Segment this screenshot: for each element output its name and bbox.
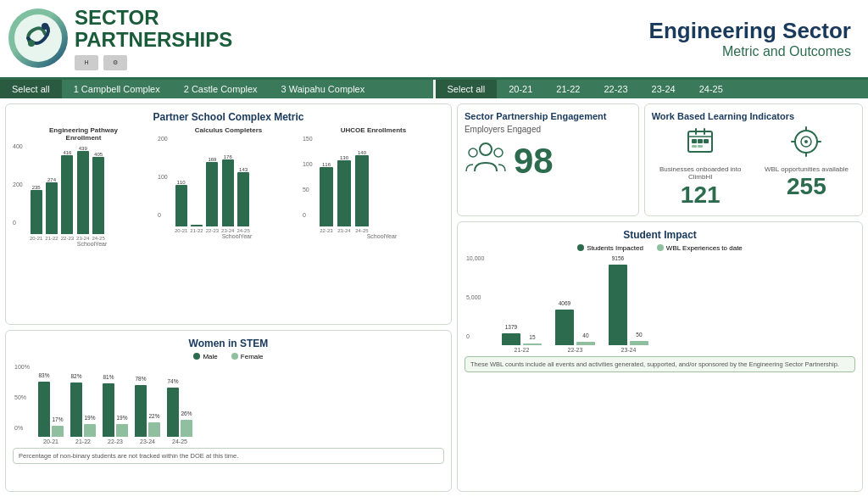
calc-bar-3 [206, 162, 218, 226]
employers-content: 98 [465, 139, 632, 184]
wbl-num-1: 121 [652, 181, 749, 209]
partner-school-card: Partner School Complex Metric Engineerin… [5, 103, 452, 325]
stem-legend-female: Female [231, 353, 264, 360]
partner-school-title: Partner School Complex Metric [13, 111, 444, 123]
impact-bars-container: 1379 15 21-22 [502, 272, 648, 353]
eng-val-3: 416 [63, 150, 71, 155]
calc-y2: 100 [158, 174, 168, 180]
uhcoe-bars: 116 22-23 130 23-24 14 [320, 157, 369, 233]
nav-select-all-left[interactable]: Select all [0, 80, 62, 98]
uhcoe-y1: 150 [303, 136, 313, 142]
page-title: Engineering Sector [649, 18, 851, 44]
logo-title-line2: PARTNERSHIPS [75, 28, 232, 51]
logo-icon [8, 8, 68, 68]
uhcoe-y2: 100 [303, 161, 313, 167]
nav-tab-2122[interactable]: 21-22 [544, 80, 592, 98]
eng-bars: 235 20-21 274 21-22 41 [30, 165, 105, 241]
nav-tab-castle[interactable]: 2 Castle Complex [172, 80, 270, 98]
wbl-icon-1 [652, 126, 749, 162]
calc-bar-2 [191, 225, 203, 226]
impact-legend: Students Impacted WBL Experiences to dat… [465, 244, 855, 252]
svg-point-1 [28, 40, 35, 47]
header: SECTOR PARTNERSHIPS H ⚙ Engineering Sect… [0, 0, 868, 80]
logo-text: SECTOR PARTNERSHIPS H ⚙ [75, 7, 232, 70]
stem-note: Percentage of non-binary students are no… [13, 448, 444, 464]
impact-note: These WBL counts include all events and … [465, 356, 855, 372]
stem-group-2223: 81% 19% 22-23 [103, 383, 128, 444]
nav-tab-campbell[interactable]: 1 Campbell Complex [62, 80, 172, 98]
engagement-card: Sector Partnership Engagement Employers … [457, 103, 639, 216]
calc-y3: 0 [158, 212, 168, 218]
svg-rect-8 [692, 139, 697, 143]
logo-area: SECTOR PARTNERSHIPS H ⚙ [8, 7, 232, 70]
svg-point-5 [494, 148, 503, 157]
nav-tab-2223[interactable]: 22-23 [592, 80, 639, 98]
impact-dot-students [577, 244, 584, 251]
page-subtitle: Metric and Outcomes [649, 44, 851, 59]
uhcoe-bar-1 [320, 167, 333, 226]
impact-bar-s-2324 [609, 265, 627, 345]
women-stem-card: Women in STEM Male Female 100% 50% [5, 330, 452, 492]
main-container: SECTOR PARTNERSHIPS H ⚙ Engineering Sect… [0, 0, 868, 497]
stem-legend-female-dot [231, 353, 238, 360]
calc-bars: 110 20-21 21-22 169 [175, 157, 250, 233]
nav-tab-2021[interactable]: 20-21 [497, 80, 544, 98]
svg-point-0 [14, 14, 62, 62]
impact-chart: 10,000 5,000 0 1379 [465, 255, 855, 353]
uhcoe-bar-3 [355, 155, 369, 226]
nav-right: Select all 20-21 21-22 22-23 23-24 24-25 [436, 80, 869, 98]
wbl-label-1: Businesses onboarded into ClimbHI [652, 165, 749, 181]
stem-y-axis: 100% 50% 0% [14, 364, 30, 431]
nav-select-all-right[interactable]: Select all [436, 80, 498, 98]
svg-point-21 [804, 140, 808, 143]
stem-group-2425: 74% 26% 24-25 [167, 388, 192, 444]
impact-bar-s-2122 [502, 333, 520, 345]
impact-bar-s-2223 [555, 310, 574, 345]
nav-tab-waipahu[interactable]: 3 Waipahu Complex [270, 80, 377, 98]
sub-icon-1: H [75, 55, 98, 70]
eng-val-4: 439 [79, 146, 87, 151]
wbl-icon-2 [758, 126, 855, 162]
content: Partner School Complex Metric Engineerin… [0, 98, 868, 497]
calc-bar-5 [237, 172, 249, 226]
chart-uhcoe: UHCOE Enrollments 150 100 50 0 116 [303, 126, 444, 247]
left-panel: Partner School Complex Metric Engineerin… [5, 103, 452, 492]
nav-tab-2425[interactable]: 24-25 [687, 80, 735, 98]
eng-y3: 0 [13, 220, 23, 226]
impact-legend-students: Students Impacted [577, 244, 643, 252]
calc-y1: 200 [158, 136, 168, 142]
impact-label-students: Students Impacted [587, 244, 643, 252]
impact-y-axis: 10,000 5,000 0 [466, 255, 484, 339]
stem-legend-male-label: Male [203, 353, 217, 360]
svg-point-2 [42, 23, 48, 30]
eng-bar-5 [92, 157, 104, 234]
eng-val-5: 405 [94, 152, 103, 157]
svg-point-3 [480, 143, 492, 155]
svg-rect-11 [692, 145, 697, 148]
right-top: Sector Partnership Engagement Employers … [457, 103, 863, 216]
eng-val-2: 274 [47, 177, 56, 182]
stem-chart: 100% 50% 0% 83% [13, 364, 444, 444]
eng-bar-2 [46, 182, 58, 234]
calc-bar-1 [175, 185, 187, 226]
wbl-num-2: 255 [758, 173, 855, 200]
impact-bar-w-2122 [523, 343, 542, 345]
uhcoe-bar-2 [337, 160, 351, 226]
chart-calculus: Calculus Completers 200 100 0 110 [158, 126, 299, 247]
logo-title-line1: SECTOR [75, 6, 159, 29]
nav-bar: Select all 1 Campbell Complex 2 Castle C… [0, 80, 868, 98]
stem-bars-container: 83% 17% 20-21 [38, 378, 192, 444]
eng-bar-3 [61, 155, 73, 234]
chart-eng-label: Engineering PathwayEnrollment [13, 126, 154, 142]
stem-group-2324: 78% 22% 23-24 [135, 385, 160, 444]
impact-group-2122: 1379 15 21-22 [502, 333, 542, 353]
nav-left: Select all 1 Campbell Complex 2 Castle C… [0, 80, 433, 98]
stem-title: Women in STEM [13, 338, 444, 349]
eng-val-1: 235 [32, 185, 41, 190]
wbl-title: Work Based Learning Indicators [652, 111, 855, 121]
right-panel: Sector Partnership Engagement Employers … [457, 103, 863, 492]
eng-bar-1 [31, 190, 42, 234]
svg-rect-12 [698, 145, 703, 148]
svg-rect-10 [704, 139, 709, 143]
nav-tab-2324[interactable]: 23-24 [640, 80, 687, 98]
